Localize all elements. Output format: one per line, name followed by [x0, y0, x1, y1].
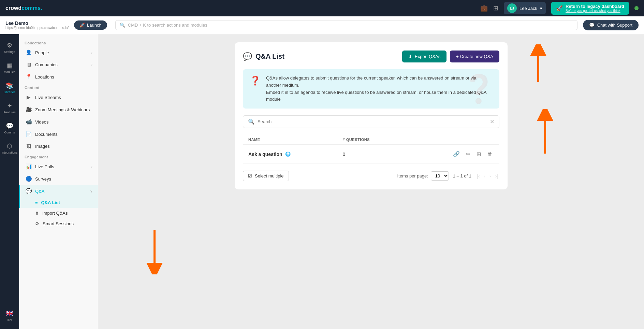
main-layout: ⚙ Settings ▦ Modules 📚 Libraries ✦ Featu…: [0, 34, 644, 329]
nav-item-surveys[interactable]: 🔵 Surveys: [19, 173, 98, 185]
nav-item-videos[interactable]: 📹 Videos: [19, 116, 98, 128]
create-qa-button[interactable]: + Create new Q&A: [450, 51, 499, 62]
first-page-button[interactable]: |‹: [475, 173, 481, 180]
libraries-icon: 📚: [6, 82, 13, 89]
user-menu[interactable]: LJ Lee Jack ▾: [504, 2, 546, 14]
event-url: https://jdemo-fda0b.apps.crowdcomms.io/: [5, 26, 69, 30]
live-polls-icon: 📊: [26, 163, 32, 170]
people-icon: 👤: [26, 49, 32, 56]
section-label-engagement: Engagement: [19, 152, 98, 160]
chevron-right-icon: ›: [91, 165, 92, 169]
nav-item-companies[interactable]: 🖥 Companies ›: [19, 59, 98, 71]
globe-icon: 🌐: [285, 152, 291, 157]
nav-item-live-streams[interactable]: ▶ Live Streams: [19, 91, 98, 103]
edit-icon[interactable]: ✏: [465, 149, 472, 159]
row-actions-cell: 🔗 ✏ ⊞ 🗑: [405, 145, 499, 164]
qa-icon: 💬: [26, 188, 32, 194]
documents-icon: 📄: [26, 131, 32, 137]
select-multiple-button[interactable]: ☑ Select multiple: [243, 171, 289, 181]
nav-item-live-polls[interactable]: 📊 Live Polls ›: [19, 160, 98, 173]
items-per-page-select[interactable]: 10 25 50: [431, 171, 449, 181]
grid-icon[interactable]: ⊞: [493, 4, 498, 12]
nav-item-zoom[interactable]: 🎥 Zoom Meetings & Webinars: [19, 103, 98, 116]
launch-button[interactable]: 🚀 Launch: [74, 20, 107, 30]
global-search[interactable]: 🔍 CMD + K to search actions and modules: [115, 20, 577, 30]
next-page-button[interactable]: ›: [488, 173, 493, 180]
user-name: Lee Jack: [519, 6, 537, 11]
nav-sub-qa-list[interactable]: ≡ Q&A List: [19, 197, 98, 208]
orange-arrow-mid: [535, 109, 555, 157]
return-legacy-button[interactable]: 🚀 Return to legacy dashboard Before you …: [551, 2, 629, 15]
sidebar-item-libraries[interactable]: 📚 Libraries: [1, 78, 18, 97]
chat-icon: 💬: [589, 23, 595, 28]
zoom-icon: 🎥: [26, 106, 32, 113]
second-bar: Lee Demo https://jdemo-fda0b.apps.crowdc…: [0, 16, 644, 34]
sidebar-item-features[interactable]: ✦ Features: [1, 99, 18, 117]
qa-list-icon: ≡: [35, 200, 38, 205]
sidebar-item-modules[interactable]: ▦ Modules: [1, 58, 18, 77]
surveys-icon: 🔵: [26, 176, 32, 182]
sidebar-item-comms[interactable]: 💬 Comms: [1, 119, 18, 138]
rocket-icon: 🚀: [556, 5, 563, 12]
qa-card-header: 💬 Q&A List ⬇ Export Q&As + Create new Q&…: [243, 51, 499, 62]
row-name-cell: Ask a question 🌐: [243, 145, 337, 164]
clear-search-icon[interactable]: ✕: [490, 118, 494, 125]
live-streams-icon: ▶: [26, 94, 32, 100]
qa-card: 💬 Q&A List ⬇ Export Q&As + Create new Q&…: [235, 42, 508, 189]
checkbox-icon: ☑: [248, 173, 252, 178]
return-dashboard-sub: Before you go, tell us what you think: [566, 9, 624, 13]
qa-title: 💬 Q&A List: [243, 52, 284, 61]
return-dashboard-main: Return to legacy dashboard: [566, 4, 624, 9]
col-name: NAME: [243, 135, 337, 145]
flag-icon: 🇬🇧: [6, 310, 13, 317]
rocket-small-icon: 🚀: [79, 23, 85, 28]
sidebar-item-settings[interactable]: ⚙ Settings: [1, 38, 18, 57]
table-row: Ask a question 🌐 0 🔗 ✏ ⊞ 🗑: [243, 145, 499, 164]
export-qas-button[interactable]: ⬇ Export Q&As: [402, 51, 447, 62]
comms-icon: 💬: [6, 122, 13, 130]
nav-item-qa[interactable]: 💬 Q&A ∨: [19, 185, 98, 197]
images-icon: 🖼: [26, 143, 32, 149]
table-header: NAME # QUESTIONS: [243, 135, 499, 145]
lang-button[interactable]: 🇬🇧 EN: [1, 306, 18, 325]
orange-arrow-bottom: [144, 227, 165, 274]
search-input[interactable]: [258, 119, 487, 124]
nav-sub-smart-sessions[interactable]: ⚙ Smart Sessions: [19, 218, 98, 229]
companies-icon: 🖥: [26, 62, 32, 68]
section-label-content: Content: [19, 83, 98, 91]
last-page-button[interactable]: ›|: [494, 173, 499, 180]
row-questions-cell: 0: [337, 145, 405, 164]
info-banner-text: Q&As allow delegates to submit questions…: [266, 75, 493, 103]
link-icon[interactable]: 🔗: [452, 149, 461, 159]
sidebar-item-integrations[interactable]: ⬡ Integrations: [1, 139, 18, 158]
section-label-collections: Collections: [19, 38, 98, 46]
card-search[interactable]: 🔍 ✕: [243, 115, 499, 128]
export-icon: ⬇: [408, 54, 412, 59]
delete-icon[interactable]: 🗑: [486, 150, 494, 159]
videos-icon: 📹: [26, 119, 32, 125]
logo-text: crowdcomms.: [5, 5, 42, 11]
nav-sub-import-qas[interactable]: ⬆ Import Q&As: [19, 208, 98, 218]
chevron-down-icon: ▾: [540, 6, 542, 11]
prev-page-button[interactable]: ‹: [482, 173, 487, 180]
chat-support-button[interactable]: 💬 Chat with Support: [583, 20, 639, 30]
chevron-right-icon: ›: [91, 51, 92, 55]
nav-item-documents[interactable]: 📄 Documents: [19, 128, 98, 140]
items-per-page: Items per page: 10 25 50: [397, 171, 449, 181]
import-icon: ⬆: [35, 211, 39, 216]
nav-item-images[interactable]: 🖼 Images: [19, 140, 98, 152]
orange-arrow-top: [528, 44, 548, 85]
smart-sessions-icon: ⚙: [35, 221, 39, 226]
locations-icon: 📍: [26, 74, 32, 80]
logo[interactable]: crowdcomms.: [5, 5, 42, 11]
pagination-bar: ☑ Select multiple Items per page: 10 25 …: [243, 171, 499, 181]
nav-item-people[interactable]: 👤 People ›: [19, 46, 98, 59]
table-body: Ask a question 🌐 0 🔗 ✏ ⊞ 🗑: [243, 145, 499, 164]
embed-icon[interactable]: ⊞: [475, 149, 482, 159]
top-nav-left: crowdcomms.: [5, 5, 42, 11]
briefcase-icon[interactable]: 💼: [480, 4, 488, 12]
settings-icon: ⚙: [7, 42, 12, 49]
integrations-icon: ⬡: [7, 142, 12, 150]
nav-item-locations[interactable]: 📍 Locations: [19, 71, 98, 83]
search-icon: 🔍: [120, 23, 125, 28]
